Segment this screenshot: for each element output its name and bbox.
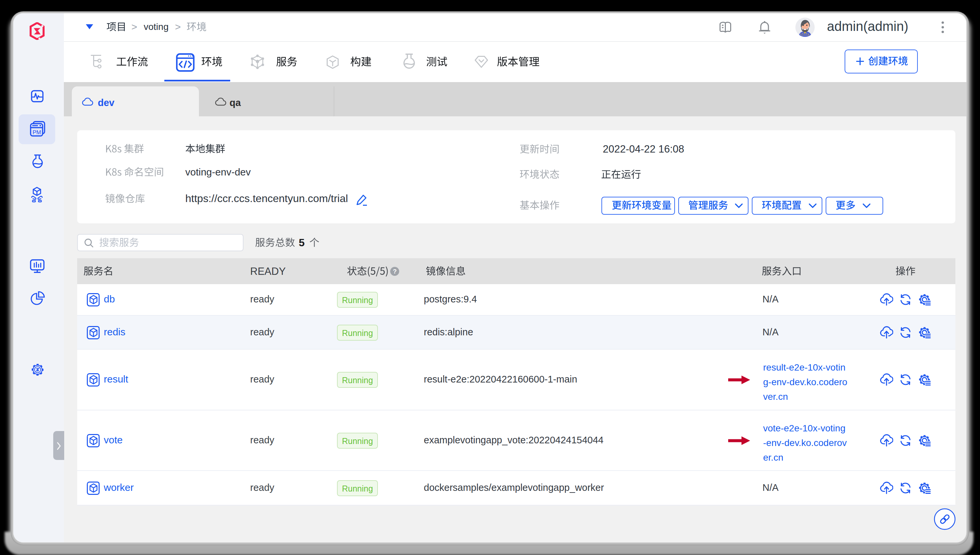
svg-text:?: ? [393, 268, 397, 275]
svg-text:PM: PM [32, 129, 41, 136]
